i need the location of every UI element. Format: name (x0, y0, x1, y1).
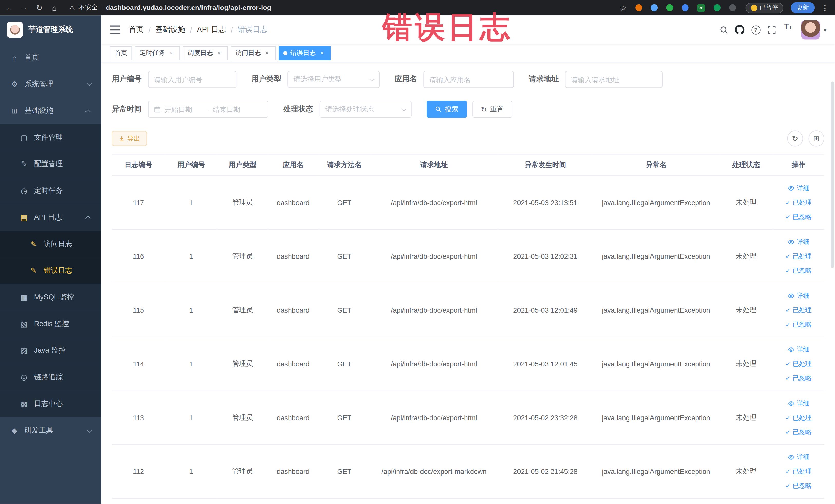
breadcrumb-item[interactable]: 首页 (129, 25, 144, 35)
avatar-caret-down-icon[interactable]: ▾ (823, 26, 826, 33)
sidebar-item-java-monitor[interactable]: ▨ Java 监控 (0, 337, 101, 364)
processed-link[interactable]: ✓ 已处理 (775, 195, 822, 209)
security-label: 不安全 (79, 3, 98, 12)
user-type-select[interactable]: 请选择用户类型 (287, 71, 380, 88)
detail-link[interactable]: 详细 (775, 288, 822, 303)
close-icon[interactable]: × (319, 49, 326, 57)
detail-link[interactable]: 详细 (775, 342, 822, 357)
fullscreen-icon[interactable] (764, 22, 780, 38)
cell-user-type: 管理员 (217, 444, 268, 498)
browser-forward-icon[interactable]: → (19, 3, 30, 12)
browser-home-icon[interactable]: ⌂ (49, 3, 60, 12)
extension-icon-2[interactable] (650, 4, 657, 11)
app-name-input[interactable] (423, 71, 514, 88)
sidebar-item-home[interactable]: ⌂ 首页 (0, 44, 101, 71)
sidebar-item-dev-tools[interactable]: ◆ 研发工具 (0, 417, 101, 444)
check-icon: ✓ (786, 209, 790, 224)
export-button[interactable]: 导出 (112, 131, 147, 146)
sidebar-item-access-log[interactable]: ✎ 访问日志 (0, 230, 101, 257)
paused-badge[interactable]: 已暂停 (746, 2, 783, 13)
chevron-up-icon (85, 216, 90, 221)
detail-link[interactable]: 详细 (775, 181, 822, 195)
cell-log-id: 112 (112, 444, 165, 498)
ignored-link[interactable]: ✓ 已忽略 (775, 479, 822, 493)
ignored-link[interactable]: ✓ 已忽略 (775, 317, 822, 331)
exception-time-label: 异常时间 (112, 104, 142, 114)
breadcrumb-item[interactable]: API 日志 (197, 25, 226, 35)
sidebar-item-label: 研发工具 (24, 426, 81, 435)
ignored-link[interactable]: ✓ 已忽略 (775, 209, 822, 224)
close-icon[interactable]: × (216, 49, 223, 57)
search-button[interactable]: 搜索 (427, 101, 467, 118)
cell-user-type: 管理员 (217, 176, 268, 229)
extension-icon-1[interactable] (635, 4, 642, 11)
font-size-icon[interactable]: TT (780, 22, 796, 38)
process-status-select[interactable]: 请选择处理状态 (320, 101, 412, 118)
address-bar[interactable]: ⚠ 不安全 dashboard.yudao.iocoder.cn/infra/l… (69, 3, 271, 12)
sidebar-item-system[interactable]: ⚙ 系统管理 (0, 71, 101, 98)
cell-method: GET (319, 229, 370, 283)
app-logo[interactable]: 芋道管理系统 (0, 15, 101, 44)
tab-home[interactable]: 首页 (109, 46, 132, 60)
close-icon[interactable]: × (264, 49, 271, 57)
tab-access-log[interactable]: 访问日志 × (230, 46, 276, 60)
close-icon[interactable]: × (168, 49, 175, 57)
sidebar-item-log-center[interactable]: ▩ 日志中心 (0, 390, 101, 417)
scrollbar-thumb[interactable] (831, 81, 834, 268)
processed-link[interactable]: ✓ 已处理 (775, 464, 822, 479)
column-header: 应用名 (268, 154, 319, 176)
extension-icon-6[interactable] (729, 4, 736, 11)
processed-link[interactable]: ✓ 已处理 (775, 357, 822, 371)
sidebar: 芋道管理系统 ⌂ 首页 ⚙ 系统管理 ⊞ 基础设施 ▢ 文件管理 ✎ (0, 15, 101, 504)
extension-on-badge[interactable]: on (697, 4, 705, 12)
reset-button[interactable]: ↻ 重置 (472, 101, 512, 118)
refresh-button[interactable]: ↻ (787, 130, 803, 146)
log-edit-icon: ✎ (29, 240, 38, 248)
browser-menu-icon[interactable]: ⋮ (821, 3, 829, 12)
github-icon[interactable] (732, 22, 748, 38)
bookmark-star-icon[interactable]: ☆ (620, 3, 627, 12)
sidebar-item-file-manage[interactable]: ▢ 文件管理 (0, 124, 101, 151)
help-icon[interactable]: ? (748, 22, 764, 38)
processed-link[interactable]: ✓ 已处理 (775, 249, 822, 263)
browser-back-icon[interactable]: ← (4, 3, 15, 12)
sidebar-item-api-log[interactable]: ▤ API 日志 (0, 204, 101, 231)
sidebar-item-scheduled-job[interactable]: ◷ 定时任务 (0, 177, 101, 204)
tab-error-log[interactable]: 错误日志 × (279, 46, 331, 60)
search-icon[interactable] (716, 22, 732, 38)
browser-reload-icon[interactable]: ↻ (34, 3, 45, 12)
breadcrumb-item[interactable]: 基础设施 (156, 25, 185, 35)
user-id-input[interactable] (148, 71, 237, 88)
start-date-input[interactable] (165, 105, 203, 113)
home-icon: ⌂ (9, 53, 19, 62)
folder-icon: ▢ (19, 133, 29, 142)
extension-icon-4[interactable] (681, 4, 688, 11)
detail-link[interactable]: 详细 (775, 235, 822, 249)
ignored-link[interactable]: ✓ 已忽略 (775, 371, 822, 385)
sidebar-item-trace[interactable]: ◎ 链路追踪 (0, 364, 101, 390)
processed-link[interactable]: ✓ 已处理 (775, 410, 822, 425)
user-avatar[interactable] (801, 20, 820, 40)
exception-time-range-picker[interactable]: - (148, 101, 268, 118)
end-date-input[interactable] (213, 105, 251, 113)
sidebar-item-mysql-monitor[interactable]: ▦ MySQL 监控 (0, 284, 101, 311)
extension-icon-3[interactable] (666, 4, 673, 11)
detail-link[interactable]: 详细 (775, 396, 822, 410)
hamburger-icon[interactable] (109, 26, 120, 34)
detail-link[interactable]: 详细 (775, 450, 822, 464)
tab-dispatch-log[interactable]: 调度日志 × (183, 46, 228, 60)
ignored-link[interactable]: ✓ 已忽略 (775, 263, 822, 278)
java-icon: ▨ (19, 346, 29, 355)
sidebar-item-redis-monitor[interactable]: ▧ Redis 监控 (0, 311, 101, 337)
request-url-input[interactable] (565, 71, 663, 88)
ignored-link[interactable]: ✓ 已忽略 (775, 425, 822, 439)
sidebar-item-infra[interactable]: ⊞ 基础设施 (0, 98, 101, 124)
cell-exception-time: 2021-05-03 12:01:45 (498, 337, 593, 391)
tab-scheduled-job[interactable]: 定时任务 × (135, 46, 180, 60)
sidebar-item-error-log[interactable]: ✎ 错误日志 (0, 257, 101, 284)
column-settings-button[interactable]: ⊞ (808, 130, 824, 146)
processed-link[interactable]: ✓ 已处理 (775, 303, 822, 317)
extension-icon-5[interactable] (713, 4, 720, 11)
update-button[interactable]: 更新 (791, 2, 815, 13)
sidebar-item-config-manage[interactable]: ✎ 配置管理 (0, 151, 101, 177)
